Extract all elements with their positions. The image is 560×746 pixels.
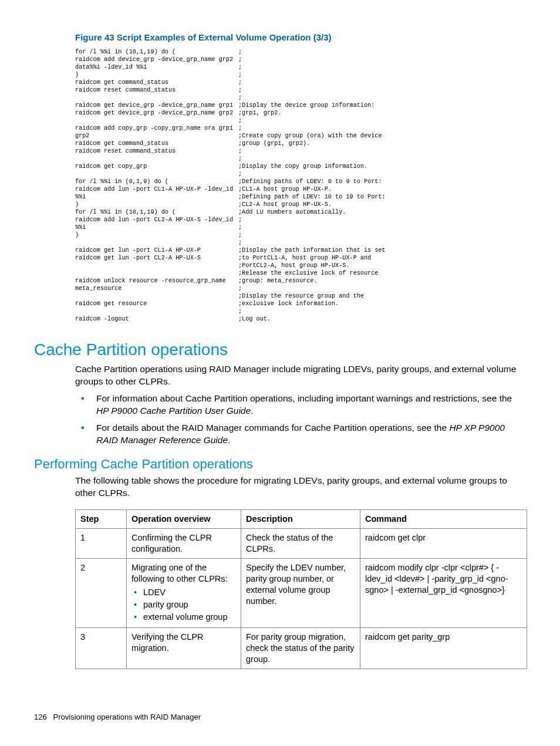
script-command: %%i — [75, 193, 238, 201]
script-command: ) — [75, 231, 238, 239]
script-line: raidcom add copy_grp -copy_grp_name ora … — [75, 124, 526, 132]
script-command: for /l %%i in (10,1,19) do ( — [75, 48, 238, 56]
script-command: raidcom unlock resource -resource_grp_na… — [75, 277, 238, 285]
inner-list-item: external volume group — [131, 612, 236, 623]
script-command — [75, 94, 238, 102]
script-comment: ; — [238, 124, 242, 132]
script-command — [75, 117, 238, 124]
script-line: ; — [75, 94, 526, 102]
figure-title: Figure 43 Script Examples of External Vo… — [75, 32, 526, 42]
script-line: raidcom get copy_grp;Display the copy gr… — [75, 163, 526, 170]
script-comment: ; — [238, 86, 242, 94]
script-line: raidcom add lun -port CL1-A HP-UX-P -lde… — [75, 185, 526, 193]
doc-ref: HP P9000 Cache Partition User Guide — [96, 406, 251, 416]
script-comment: ; — [238, 224, 242, 231]
cell-command: raidcom get clpr — [360, 529, 527, 559]
section-heading: Cache Partition operations — [34, 340, 526, 359]
cell-description: Check the status of the CLPRs. — [241, 529, 360, 559]
script-comment: ;group: meta_resource. — [238, 277, 318, 285]
script-command — [75, 155, 238, 163]
col-header-operation: Operation overview — [127, 510, 241, 529]
script-line: ;Display the resource group and the — [75, 292, 526, 300]
script-line: raidcom reset command_status; — [75, 86, 526, 94]
script-command: meta_resource — [75, 285, 238, 292]
list-item: For details about the RAID Manager comma… — [75, 421, 526, 446]
script-comment: ; — [238, 79, 242, 86]
script-command: raidcom reset command_status — [75, 147, 238, 155]
script-comment: ; — [238, 56, 242, 63]
script-line: for /l %%i in (10,1,19) do (;Add LU numb… — [75, 208, 526, 216]
footer-text: Provisioning operations with RAID Manage… — [53, 713, 201, 721]
script-command: raidcom add lun -port CL2-A HP-UX-S -lde… — [75, 216, 238, 224]
script-command: ) — [75, 71, 238, 79]
col-header-description: Description — [241, 510, 360, 529]
script-comment: ; — [238, 308, 242, 315]
script-line: raidcom get lun -port CL1-A HP-UX-P;Disp… — [75, 247, 526, 254]
script-comment: ;Display the copy group information. — [238, 163, 367, 170]
script-line: raidcom add lun -port CL2-A HP-UX-S -lde… — [75, 216, 526, 224]
script-comment: ;Display the resource group and the — [238, 292, 364, 300]
script-comment: ;Release the exclusive lock of resource — [238, 269, 378, 277]
subsection-heading: Performing Cache Partition operations — [34, 457, 526, 472]
page-footer: 126 Provisioning operations with RAID Ma… — [34, 713, 201, 721]
script-comment: ;Display the path information that is se… — [238, 247, 386, 254]
script-comment: ; — [238, 63, 242, 71]
page-number: 126 — [34, 713, 47, 721]
cell-operation: Migrating one of the following to other … — [127, 559, 241, 628]
script-line: raidcom get command_status;group (grp1, … — [75, 140, 526, 147]
script-line: for /l %%i in (10,1,19) do (; — [75, 48, 526, 56]
table-header-row: Step Operation overview Description Comm… — [76, 510, 527, 529]
script-line: ); — [75, 71, 526, 79]
bullet-text: For details about the RAID Manager comma… — [96, 423, 449, 433]
script-command: raidcom get command_status — [75, 79, 238, 86]
bullet-text: . — [228, 435, 230, 445]
table-row: 1Confirming the CLPR configuration.Check… — [76, 529, 527, 559]
col-header-step: Step — [76, 510, 127, 529]
bullet-text: For information about Cache Partition op… — [96, 393, 512, 403]
script-block: for /l %%i in (10,1,19) do (;raidcom add… — [75, 48, 526, 323]
script-line: meta_resource; — [75, 285, 526, 292]
script-line: ; — [75, 117, 526, 124]
script-comment: ; — [238, 239, 242, 247]
script-line: %%i;Defining path of LDEV: 10 to 19 to P… — [75, 193, 526, 201]
script-command — [75, 292, 238, 300]
script-line: raidcom get device_grp -device_grp_name … — [75, 109, 526, 117]
script-comment: ;CL1-A host group HP-UX-P. — [238, 185, 332, 193]
script-command: for /l %%i in (10,1,19) do ( — [75, 208, 238, 216]
script-line: raidcom get command_status; — [75, 79, 526, 86]
script-comment: ; — [238, 48, 242, 56]
script-line: ; — [75, 239, 526, 247]
script-line: raidcom get lun -port CL2-A HP-UX-S;to P… — [75, 254, 526, 262]
script-command: raidcom add lun -port CL1-A HP-UX-P -lde… — [75, 185, 238, 193]
script-line: raidcom get resource;exclusive lock info… — [75, 300, 526, 308]
script-line: );CL2-A host group HP-UX-S. — [75, 201, 526, 208]
script-comment: ; — [238, 94, 242, 102]
cell-step: 2 — [76, 559, 127, 628]
script-command: %%i — [75, 224, 238, 231]
script-command — [75, 269, 238, 277]
cell-step: 1 — [76, 529, 127, 559]
script-line: %%i; — [75, 224, 526, 231]
sub-intro-paragraph: The following table shows the procedure … — [75, 474, 526, 499]
script-comment: ;Defining paths of LDEV: 0 to 9 to Port: — [238, 178, 382, 185]
script-command: raidcom get device_grp -device_grp_name … — [75, 102, 238, 109]
script-command: raidcom get device_grp -device_grp_name … — [75, 109, 238, 117]
inner-list-item: LDEV — [131, 587, 236, 598]
script-comment: ; — [238, 117, 242, 124]
script-line: data%%i -ldev_id %%i; — [75, 63, 526, 71]
script-comment: ;group (grp1, grp2). — [238, 140, 310, 147]
script-command: raidcom get command_status — [75, 140, 238, 147]
inner-list-item: parity group — [131, 599, 236, 610]
script-command: raidcom add device_grp -device_grp_name … — [75, 56, 238, 63]
inner-list: LDEVparity groupexternal volume group — [131, 587, 236, 623]
script-command — [75, 170, 238, 178]
script-line: raidcom unlock resource -resource_grp_na… — [75, 277, 526, 285]
intro-paragraph: Cache Partition operations using RAID Ma… — [75, 363, 526, 387]
col-header-command: Command — [360, 510, 527, 529]
cell-command: raidcom get parity_grp — [360, 628, 527, 669]
bullet-list: For information about Cache Partition op… — [75, 392, 526, 446]
list-item: For information about Cache Partition op… — [75, 392, 526, 417]
script-comment: ;Create copy group (ora) with the device — [238, 132, 382, 140]
procedure-table: Step Operation overview Description Comm… — [75, 509, 527, 669]
script-line: grp2;Create copy group (ora) with the de… — [75, 132, 526, 140]
